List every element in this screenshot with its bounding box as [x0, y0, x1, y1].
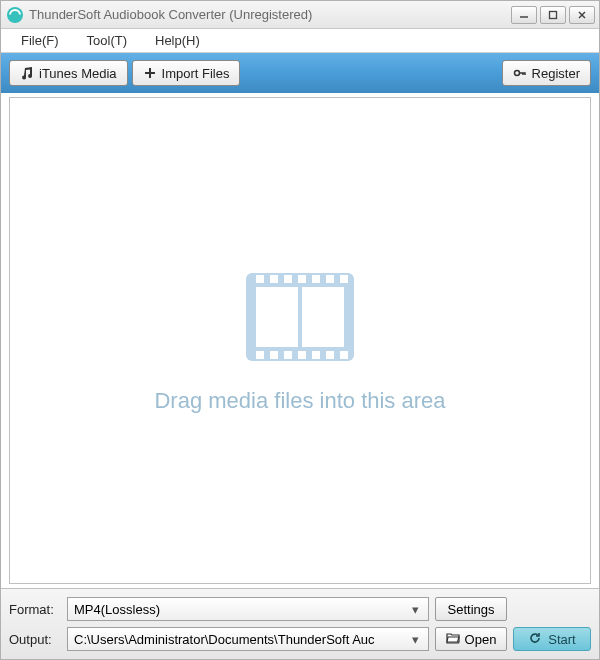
format-row: Format: MP4(Lossless) ▾ Settings [9, 595, 591, 623]
window-controls [511, 6, 595, 24]
svg-rect-9 [270, 275, 278, 283]
svg-rect-17 [284, 351, 292, 359]
toolbar: iTunes Media Import Files Register [1, 53, 599, 93]
music-note-icon [20, 66, 34, 80]
chevron-down-icon: ▾ [406, 632, 424, 647]
svg-rect-13 [326, 275, 334, 283]
format-dropdown[interactable]: MP4(Lossless) ▾ [67, 597, 429, 621]
svg-rect-16 [270, 351, 278, 359]
menu-file[interactable]: File(F) [7, 31, 73, 50]
output-value: C:\Users\Administrator\Documents\Thunder… [74, 632, 375, 647]
menu-help[interactable]: Help(H) [141, 31, 214, 50]
menu-tool[interactable]: Tool(T) [73, 31, 141, 50]
close-button[interactable] [569, 6, 595, 24]
filmstrip-icon [240, 267, 360, 370]
chevron-down-icon: ▾ [406, 602, 424, 617]
output-row: Output: C:\Users\Administrator\Documents… [9, 625, 591, 653]
minimize-button[interactable] [511, 6, 537, 24]
svg-point-4 [514, 71, 519, 76]
itunes-media-button[interactable]: iTunes Media [9, 60, 128, 86]
close-icon [577, 10, 587, 20]
app-icon [7, 7, 23, 23]
import-files-label: Import Files [162, 66, 230, 81]
itunes-media-label: iTunes Media [39, 66, 117, 81]
menubar: File(F) Tool(T) Help(H) [1, 29, 599, 53]
svg-rect-20 [326, 351, 334, 359]
register-button[interactable]: Register [502, 60, 591, 86]
svg-rect-19 [312, 351, 320, 359]
drop-text: Drag media files into this area [154, 388, 445, 414]
svg-rect-8 [256, 275, 264, 283]
titlebar: ThunderSoft Audiobook Converter (Unregis… [1, 1, 599, 29]
output-label: Output: [9, 632, 61, 647]
open-button[interactable]: Open [435, 627, 507, 651]
folder-open-icon [446, 632, 460, 647]
svg-rect-11 [298, 275, 306, 283]
minimize-icon [519, 10, 529, 20]
register-label: Register [532, 66, 580, 81]
format-value: MP4(Lossless) [74, 602, 160, 617]
settings-button[interactable]: Settings [435, 597, 507, 621]
settings-label: Settings [448, 602, 495, 617]
open-label: Open [465, 632, 497, 647]
svg-rect-1 [550, 11, 557, 18]
start-label: Start [548, 632, 575, 647]
svg-rect-14 [340, 275, 348, 283]
svg-rect-10 [284, 275, 292, 283]
svg-rect-12 [312, 275, 320, 283]
maximize-icon [548, 10, 558, 20]
maximize-button[interactable] [540, 6, 566, 24]
import-files-button[interactable]: Import Files [132, 60, 241, 86]
svg-rect-21 [340, 351, 348, 359]
svg-rect-15 [256, 351, 264, 359]
window-title: ThunderSoft Audiobook Converter (Unregis… [29, 7, 511, 22]
format-label: Format: [9, 602, 61, 617]
app-window: ThunderSoft Audiobook Converter (Unregis… [0, 0, 600, 660]
drop-area[interactable]: Drag media files into this area [9, 97, 591, 584]
plus-icon [143, 66, 157, 80]
key-icon [513, 66, 527, 80]
start-button[interactable]: Start [513, 627, 591, 651]
refresh-icon [528, 631, 542, 648]
bottom-panel: Format: MP4(Lossless) ▾ Settings Output:… [1, 588, 599, 659]
output-path-dropdown[interactable]: C:\Users\Administrator\Documents\Thunder… [67, 627, 429, 651]
svg-rect-18 [298, 351, 306, 359]
